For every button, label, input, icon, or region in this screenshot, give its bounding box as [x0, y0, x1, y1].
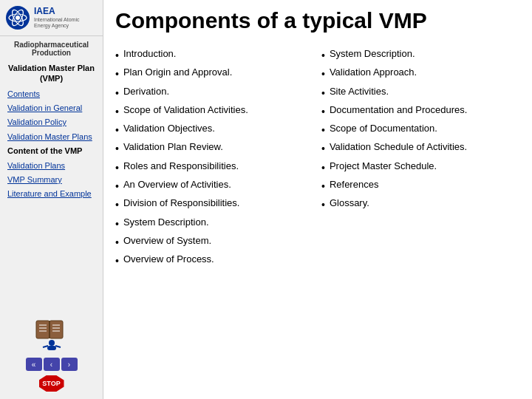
left-bullet-item: Plan Origin and Approval.: [115, 64, 314, 83]
sidebar-nav-item[interactable]: Validation Policy: [0, 115, 103, 129]
right-bullet-item: Glossary.: [321, 195, 520, 214]
nav-prev-button[interactable]: ‹: [44, 358, 60, 371]
logo-subtext: International Atomic Energy Agency: [34, 17, 93, 30]
sidebar-nav-item[interactable]: Literature and Example: [0, 187, 103, 201]
left-bullet-item: Scope of Validation Activities.: [115, 102, 314, 120]
left-bullet-item: Roles and Responsibilities.: [115, 158, 314, 177]
left-bullet-item: Overview of System.: [115, 233, 314, 251]
left-bullet-item: Introduction.: [115, 46, 314, 64]
right-bullet-item: Scope of Documentation.: [321, 120, 520, 139]
sidebar-nav-item[interactable]: Validation Master Plans: [0, 130, 103, 144]
logo-text: IAEA: [34, 6, 93, 16]
nav-links: ContentsValidation in GeneralValidation …: [0, 86, 103, 203]
left-bullet-list: Introduction.Plan Origin and Approval.De…: [115, 46, 314, 270]
right-bullet-list: System Description.Validation Approach.S…: [321, 46, 520, 214]
svg-point-0: [16, 16, 20, 20]
left-bullet-item: System Description.: [115, 214, 314, 233]
left-bullet-item: Derivation.: [115, 83, 314, 102]
org-label: Radiopharmaceutical Production: [0, 36, 103, 58]
svg-rect-14: [47, 346, 56, 350]
svg-rect-5: [50, 321, 63, 338]
right-bullet-item: Documentation and Procedures.: [321, 102, 520, 120]
left-column: Introduction.Plan Origin and Approval.De…: [115, 46, 314, 392]
right-bullet-item: Project Master Schedule.: [321, 158, 520, 177]
main-content: Components of a typical VMP Introduction…: [103, 0, 532, 399]
right-bullet-item: Validation Approach.: [321, 64, 520, 83]
stop-label: STOP: [42, 380, 60, 387]
page-title: Components of a typical VMP: [115, 7, 520, 34]
stop-button[interactable]: STOP: [39, 375, 64, 392]
sidebar-nav-item[interactable]: Validation Plans: [0, 159, 103, 173]
sidebar-nav-item[interactable]: Validation in General: [0, 101, 103, 115]
left-bullet-item: Division of Responsibilities.: [115, 195, 314, 214]
nav-prev-prev-button[interactable]: «: [26, 358, 42, 371]
svg-point-13: [49, 340, 55, 346]
left-bullet-item: Validation Plan Review.: [115, 139, 314, 157]
left-bullet-item: Validation Objectives.: [115, 120, 314, 139]
sidebar-icon-area: « ‹ › STOP: [26, 313, 78, 395]
section-title: Validation Master Plan (VMP): [0, 58, 103, 86]
nav-next-button[interactable]: ›: [61, 358, 78, 371]
left-bullet-item: Overview of Process.: [115, 251, 314, 270]
iaea-logo: [6, 6, 30, 30]
right-bullet-item: References: [321, 177, 520, 195]
sidebar-nav-item[interactable]: Contents: [0, 87, 103, 101]
svg-rect-4: [36, 321, 50, 338]
right-bullet-item: Validation Schedule of Activities.: [321, 139, 520, 157]
right-bullet-item: Site Activities.: [321, 83, 520, 102]
logo-area: IAEA International Atomic Energy Agency: [0, 6, 103, 36]
nav-controls: « ‹ ›: [26, 358, 78, 371]
content-area: Introduction.Plan Origin and Approval.De…: [115, 46, 520, 392]
sidebar-nav-item[interactable]: VMP Summary: [0, 173, 103, 187]
sidebar-nav-item[interactable]: Content of the VMP: [0, 144, 103, 158]
right-column: System Description.Validation Approach.S…: [321, 46, 520, 392]
left-bullet-item: An Overview of Activities.: [115, 177, 314, 195]
page: IAEA International Atomic Energy Agency …: [0, 0, 532, 399]
book-icon: [32, 313, 72, 353]
right-bullet-item: System Description.: [321, 46, 520, 64]
sidebar: IAEA International Atomic Energy Agency …: [0, 0, 103, 399]
svg-line-16: [55, 346, 61, 347]
svg-line-15: [43, 346, 48, 347]
